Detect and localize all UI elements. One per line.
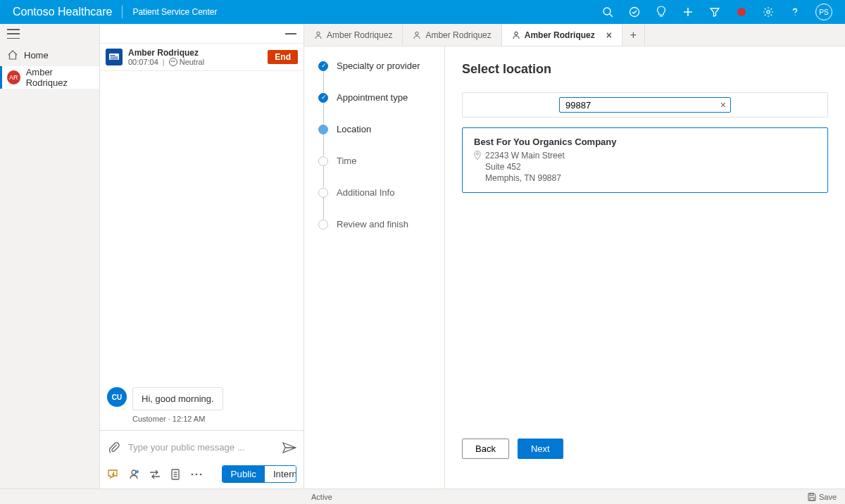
tab-bar: Amber Rodriquez Amber Rodriquez Amber Ro… — [304, 24, 845, 46]
result-addr-2: Suite 452 — [485, 161, 565, 172]
conversation-name: Amber Rodriquez — [128, 48, 262, 58]
location-search-input[interactable] — [565, 100, 716, 111]
svg-rect-9 — [111, 55, 115, 56]
wizard-steps: Specialty or provider Appointment type L… — [304, 46, 445, 489]
toggle-internal[interactable]: Internal — [265, 466, 296, 482]
lightbulb-icon[interactable] — [655, 6, 668, 18]
message-row: CU Hi, good morning. — [107, 387, 296, 410]
compose-area — [100, 430, 303, 461]
end-button[interactable]: End — [268, 50, 298, 64]
tab-label: Amber Rodriquez — [327, 30, 392, 40]
person-icon — [512, 31, 520, 39]
user-avatar[interactable]: PS — [815, 4, 832, 20]
result-title: Best For You Organics Company — [474, 137, 816, 147]
channel-icon — [106, 49, 123, 65]
svg-point-24 — [476, 153, 478, 155]
quick-reply-icon[interactable] — [107, 468, 118, 481]
attachment-icon[interactable] — [107, 441, 121, 455]
new-tab-button[interactable]: + — [622, 24, 645, 46]
filter-icon[interactable] — [708, 6, 721, 18]
toggle-public[interactable]: Public — [223, 466, 265, 482]
svg-point-2 — [630, 8, 639, 17]
conversation-header: Amber Rodriquez 00:07:04 | Neutral End — [100, 44, 303, 71]
message-avatar: CU — [107, 387, 127, 407]
visibility-toggle: Public Internal — [222, 465, 296, 483]
svg-rect-25 — [810, 493, 813, 496]
tab-label: Amber Rodriquez — [525, 30, 595, 40]
step-additional-info[interactable]: Additional Info — [318, 187, 439, 219]
nav-active-contact-label: Amber Rodriquez — [26, 67, 92, 88]
detail-panel: Select location × Best For You Organics … — [445, 46, 845, 489]
nav-home[interactable]: Home — [0, 44, 99, 66]
svg-point-23 — [515, 32, 518, 34]
status-bar: Active Save — [0, 489, 845, 504]
task-check-icon[interactable] — [628, 6, 641, 18]
message-bubble: Hi, good morning. — [132, 387, 223, 410]
svg-point-7 — [794, 15, 795, 15]
page-title: Select location — [462, 62, 828, 77]
step-review[interactable]: Review and finish — [318, 219, 439, 229]
step-appointment-type[interactable]: Appointment type — [318, 92, 439, 124]
svg-point-18 — [191, 473, 193, 475]
record-icon[interactable] — [735, 6, 748, 18]
help-icon[interactable] — [789, 6, 801, 18]
home-icon — [7, 49, 18, 61]
tab-0[interactable]: Amber Rodriquez — [304, 24, 403, 46]
brand-divider — [122, 6, 123, 18]
svg-point-21 — [317, 32, 320, 34]
svg-rect-10 — [111, 57, 118, 58]
svg-point-20 — [199, 473, 201, 475]
clear-icon[interactable]: × — [720, 99, 726, 111]
notes-icon[interactable] — [170, 468, 181, 481]
sentiment-label: Neutral — [180, 58, 204, 66]
tab-2[interactable]: Amber Rodriquez × — [502, 24, 622, 46]
conversation-timer: 00:07:04 — [128, 58, 158, 66]
pin-icon — [474, 151, 481, 160]
settings-icon[interactable] — [762, 6, 775, 18]
minimize-icon[interactable] — [285, 33, 296, 34]
hamburger-icon[interactable] — [7, 29, 20, 39]
topbar-actions: PS — [601, 4, 832, 20]
top-bar: Contoso Healthcare Patient Service Cente… — [0, 0, 845, 24]
step-specialty[interactable]: Specialty or provider — [318, 61, 439, 92]
back-button[interactable]: Back — [462, 439, 509, 459]
work-area: Amber Rodriquez Amber Rodriquez Amber Ro… — [304, 24, 845, 489]
search-container: × — [462, 92, 828, 118]
left-rail: Home AR Amber Rodriquez — [0, 24, 100, 489]
step-time[interactable]: Time — [318, 156, 439, 187]
conversation-body: CU Hi, good morning. Customer · 12:12 AM — [100, 71, 303, 430]
conversation-panel: Amber Rodriquez 00:07:04 | Neutral End C… — [100, 24, 304, 489]
svg-rect-11 — [111, 58, 118, 59]
nav-home-label: Home — [24, 50, 49, 61]
svg-point-13 — [137, 470, 139, 472]
brand-name: Contoso Healthcare — [13, 6, 112, 18]
save-button[interactable]: Save — [808, 493, 837, 501]
search-icon[interactable] — [601, 6, 614, 18]
status-label: Active — [311, 493, 332, 501]
close-icon[interactable]: × — [606, 30, 612, 41]
message-input[interactable] — [128, 436, 275, 458]
more-icon[interactable] — [191, 468, 202, 481]
next-button[interactable]: Next — [518, 439, 563, 459]
send-icon[interactable] — [282, 441, 296, 455]
step-location[interactable]: Location — [318, 124, 439, 156]
message-meta: Customer · 12:12 AM — [132, 415, 296, 423]
app-name: Patient Service Center — [132, 7, 217, 17]
plus-icon[interactable] — [682, 6, 694, 18]
save-label: Save — [819, 493, 837, 501]
nav-active-contact[interactable]: AR Amber Rodriquez — [0, 66, 99, 89]
tab-label: Amber Rodriquez — [425, 30, 491, 40]
consult-icon[interactable] — [128, 468, 139, 481]
person-icon — [314, 31, 323, 39]
svg-point-0 — [603, 8, 611, 15]
svg-rect-26 — [810, 498, 814, 500]
sentiment-icon — [169, 58, 177, 66]
person-icon — [413, 31, 421, 39]
contact-avatar: AR — [7, 70, 20, 84]
location-result-card[interactable]: Best For You Organics Company 22343 W Ma… — [462, 127, 828, 193]
svg-point-6 — [767, 11, 770, 13]
svg-point-22 — [415, 32, 418, 34]
result-addr-1: 22343 W Main Street — [485, 150, 565, 161]
transfer-icon[interactable] — [149, 468, 161, 481]
tab-1[interactable]: Amber Rodriquez — [403, 24, 501, 46]
